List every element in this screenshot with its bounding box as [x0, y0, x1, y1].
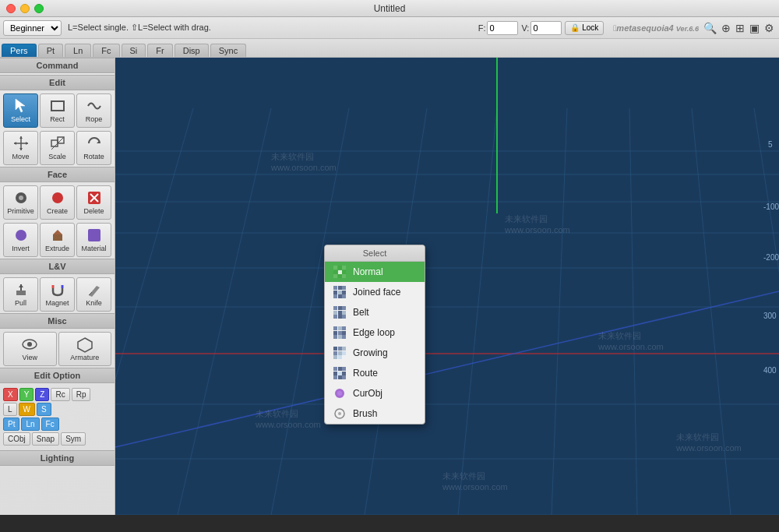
extrude-tool[interactable]: Extrude	[40, 223, 75, 257]
svg-rect-96	[333, 347, 337, 351]
grid-icon[interactable]: ⊞	[734, 22, 746, 34]
delete-tool[interactable]: Delete	[76, 185, 111, 220]
dropdown-item-edge-loop[interactable]: Edge loop	[325, 322, 425, 343]
magnet-tool[interactable]: Magnet	[40, 277, 75, 312]
rc-btn[interactable]: Rc	[51, 388, 69, 401]
fc-btn[interactable]: Fc	[41, 417, 59, 431]
svg-point-29	[27, 342, 32, 347]
lock-button[interactable]: 🔒 Lock	[565, 21, 604, 35]
dropdown-item-route[interactable]: Route	[325, 363, 425, 383]
v-input[interactable]	[530, 21, 562, 35]
svg-marker-7	[26, 142, 28, 145]
svg-point-115	[337, 391, 342, 396]
svg-rect-71	[342, 286, 346, 290]
axis-y-btn[interactable]: Y	[19, 388, 34, 401]
dropdown-item-curobj[interactable]: CurObj	[325, 383, 425, 403]
window-title: Untitled	[374, 3, 406, 14]
dropdown-item-route-label: Route	[353, 368, 378, 379]
minimize-button[interactable]	[20, 4, 30, 13]
view-tool[interactable]: View	[3, 332, 57, 366]
tab-sync[interactable]: Sync	[210, 44, 246, 57]
move-icon	[12, 135, 30, 152]
knife-tool[interactable]: Knife	[76, 277, 111, 312]
cobj-btn[interactable]: CObj	[3, 432, 30, 446]
ln-btn[interactable]: Ln	[21, 417, 39, 431]
create-tool[interactable]: Create	[40, 185, 75, 220]
sym-btn[interactable]: Sym	[61, 432, 86, 446]
pull-icon	[12, 281, 30, 298]
axis-x-btn[interactable]: X	[3, 388, 18, 401]
armature-tool[interactable]: Armature	[58, 332, 112, 366]
svg-rect-79	[338, 306, 342, 310]
move-tool[interactable]: Move	[3, 131, 38, 165]
svg-rect-106	[338, 367, 342, 371]
select-tool[interactable]: Select	[3, 93, 38, 128]
tab-si[interactable]: Si	[122, 44, 146, 57]
zoom-icon[interactable]: ⊕	[720, 22, 732, 34]
svg-rect-72	[333, 291, 337, 294]
search-icon[interactable]: 🔍	[702, 22, 718, 34]
material-tool[interactable]: Material	[76, 223, 111, 257]
svg-rect-63	[333, 270, 337, 274]
dropdown-item-normal[interactable]: Normal	[325, 262, 425, 282]
w-btn[interactable]: W	[19, 403, 35, 416]
svg-rect-62	[342, 266, 346, 270]
tab-ln[interactable]: Ln	[65, 44, 91, 57]
dropdown-item-belt[interactable]: Belt	[325, 302, 425, 322]
tab-pt[interactable]: Pt	[38, 44, 63, 57]
tab-fr[interactable]: Fr	[147, 44, 172, 57]
invert-tool[interactable]: Invert	[3, 223, 38, 257]
level-select[interactable]: Beginner	[3, 20, 62, 36]
primitive-tool[interactable]: Primitive	[3, 185, 38, 220]
l-btn[interactable]: L	[3, 403, 17, 416]
dropdown-item-brush-label: Brush	[353, 408, 377, 419]
f-label: F:	[478, 23, 486, 33]
rope-tool[interactable]: Rope	[76, 93, 111, 128]
rope-icon	[86, 97, 103, 115]
tab-fc[interactable]: Fc	[93, 44, 119, 57]
main-layout: Command Edit Select Rect Rope	[0, 58, 779, 515]
settings-icon[interactable]: ⚙	[763, 22, 776, 34]
close-button[interactable]	[6, 4, 16, 13]
rect-tool[interactable]: Rect	[40, 93, 75, 128]
toolbar-icons: 🔍 ⊕ ⊞ ▣ ⚙	[702, 22, 776, 34]
svg-rect-76	[338, 294, 342, 298]
window-icon[interactable]: ▣	[748, 22, 761, 34]
lv-tools: Pull Magnet Knife	[0, 276, 115, 313]
rp-btn[interactable]: Rp	[72, 388, 91, 401]
dropdown-item-brush[interactable]: Brush	[325, 403, 425, 424]
svg-rect-82	[338, 311, 342, 315]
dropdown-item-growing[interactable]: Growing	[325, 343, 425, 363]
svg-rect-64	[338, 270, 342, 274]
f-input[interactable]	[487, 21, 518, 35]
scale-tool[interactable]: Scale	[40, 131, 75, 165]
dropdown-item-joined-face[interactable]: Joined face	[325, 282, 425, 302]
snap-btn[interactable]: Snap	[32, 432, 59, 446]
svg-rect-99	[333, 351, 337, 355]
svg-rect-94	[338, 335, 342, 339]
svg-rect-61	[338, 266, 342, 270]
tab-pers[interactable]: Pers	[2, 44, 37, 57]
traffic-lights	[6, 4, 44, 13]
pt-btn[interactable]: Pt	[3, 417, 19, 431]
titlebar: Untitled	[0, 0, 779, 17]
viewport-grid: 5 -100 -200 300 400	[115, 58, 779, 515]
joined-face-icon	[333, 285, 347, 299]
pull-tool[interactable]: Pull	[3, 277, 38, 312]
axis-z-btn[interactable]: Z	[35, 388, 49, 401]
maximize-button[interactable]	[34, 4, 44, 13]
svg-rect-100	[338, 351, 342, 355]
command-section: Command	[0, 58, 115, 73]
edit-tools-row1: Select Rect Rope	[0, 92, 115, 129]
svg-rect-85	[338, 315, 342, 319]
edge-loop-icon	[333, 326, 347, 340]
svg-rect-87	[333, 326, 337, 330]
belt-icon	[333, 305, 347, 319]
s-btn[interactable]: S	[37, 403, 51, 416]
select-icon	[12, 97, 30, 115]
tab-disp[interactable]: Disp	[174, 44, 209, 57]
rotate-tool[interactable]: Rotate	[76, 131, 111, 165]
svg-rect-95	[342, 335, 346, 339]
svg-text:400: 400	[763, 366, 777, 375]
viewport[interactable]: 5 -100 -200 300 400 未来软件园www.orsoon.com …	[115, 58, 779, 515]
